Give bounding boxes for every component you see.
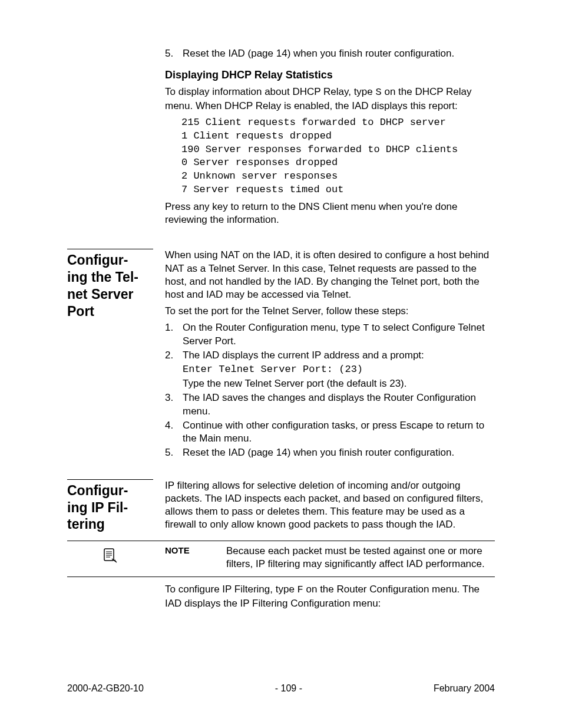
- telnet-step-5: 5. Reset the IAD (page 14) when you fini…: [165, 446, 495, 459]
- text-segment: To configure IP Filtering, type: [165, 584, 297, 595]
- telnet-followsteps: To set the port for the Telnet Server, f…: [165, 305, 495, 318]
- step-number: 2.: [165, 349, 179, 390]
- note-icon-cell: [67, 545, 153, 565]
- step2-line1: The IAD displays the current IP address …: [183, 349, 495, 362]
- dhcp-stats-outro: Press any key to return to the DNS Clien…: [165, 200, 495, 226]
- ipfilter-intro: IP filtering allows for selective deleti…: [165, 479, 495, 531]
- step-list-top: 5. Reset the IAD (page 14) when you fini…: [165, 47, 495, 60]
- step-number: 4.: [165, 419, 179, 445]
- key-f: F: [297, 584, 303, 595]
- dhcp-report-block: 215 Client requests forwarded to DHCP se…: [181, 116, 495, 197]
- telnet-step-1: 1. On the Router Configuration menu, typ…: [165, 321, 495, 348]
- page-content: 5. Reset the IAD (page 14) when you fini…: [0, 0, 562, 614]
- left-margin-ipfilter: Configur-ing IP Fil-tering: [67, 479, 153, 535]
- note-label: NOTE: [165, 545, 212, 571]
- left-margin-telnet: Configur-ing the Tel-net ServerPort: [67, 249, 153, 460]
- right-column-ipfilter-cont: To configure IP Filtering, type F on the…: [165, 583, 495, 613]
- right-column-ipfilter: IP filtering allows for selective deleti…: [165, 479, 495, 535]
- step-number: 3.: [165, 391, 179, 417]
- heading-rule: [67, 249, 153, 249]
- section-ip-filtering: Configur-ing IP Fil-tering IP filtering …: [67, 479, 495, 535]
- text-segment: On the Router Configuration menu, type: [183, 322, 363, 333]
- step-5-reset: 5. Reset the IAD (page 14) when you fini…: [165, 47, 495, 60]
- ipfilter-configure: To configure IP Filtering, type F on the…: [165, 583, 495, 610]
- sub-heading-dhcp-stats: Displaying DHCP Relay Statistics: [165, 68, 495, 82]
- footer-date: February 2004: [434, 683, 495, 695]
- key-s: S: [376, 87, 382, 98]
- footer-page-number: - 109 -: [275, 683, 302, 695]
- text-segment: To display information about DHCP Relay,…: [165, 86, 376, 97]
- step-number: 5.: [165, 446, 179, 459]
- telnet-step-2: 2. The IAD displays the current IP addre…: [165, 349, 495, 390]
- step-text: The IAD saves the changes and displays t…: [183, 391, 495, 417]
- section-telnet-port: Configur-ing the Tel-net ServerPort When…: [67, 249, 495, 460]
- left-margin-empty: [67, 47, 153, 230]
- section-ip-filtering-cont: To configure IP Filtering, type F on the…: [67, 583, 495, 613]
- step-text: The IAD displays the current IP address …: [183, 349, 495, 390]
- section-dhcp-relay: 5. Reset the IAD (page 14) when you fini…: [67, 47, 495, 230]
- page-footer: 2000-A2-GB20-10 - 109 - February 2004: [67, 683, 495, 695]
- left-margin-empty: [67, 583, 153, 613]
- note-content: NOTE Because each packet must be tested …: [165, 545, 495, 571]
- step2-prompt: Enter Telnet Server Port: (23): [183, 363, 495, 376]
- note-block: NOTE Because each packet must be tested …: [67, 541, 495, 577]
- step-number: 5.: [165, 47, 179, 60]
- telnet-step-3: 3. The IAD saves the changes and display…: [165, 391, 495, 417]
- dhcp-stats-intro: To display information about DHCP Relay,…: [165, 85, 495, 112]
- heading-rule: [67, 479, 153, 480]
- telnet-step-4: 4. Continue with other configuration tas…: [165, 419, 495, 445]
- key-t: T: [363, 322, 369, 334]
- step-text: On the Router Configuration menu, type T…: [183, 321, 495, 348]
- step-number: 1.: [165, 321, 179, 348]
- telnet-intro: When using NAT on the IAD, it is often d…: [165, 249, 495, 301]
- step-text: Continue with other configuration tasks,…: [183, 419, 495, 445]
- note-icon: [101, 547, 119, 565]
- footer-doc-id: 2000-A2-GB20-10: [67, 683, 144, 695]
- right-column-dhcp: 5. Reset the IAD (page 14) when you fini…: [165, 47, 495, 230]
- heading-telnet: Configur-ing the Tel-net ServerPort: [67, 252, 153, 319]
- telnet-steps: 1. On the Router Configuration menu, typ…: [165, 321, 495, 459]
- step-text: Reset the IAD (page 14) when you finish …: [183, 47, 495, 60]
- heading-ipfilter: Configur-ing IP Fil-tering: [67, 482, 153, 533]
- step2-line2: Type the new Telnet Server port (the def…: [183, 377, 495, 390]
- step-text: Reset the IAD (page 14) when you finish …: [183, 446, 495, 459]
- note-text: Because each packet must be tested again…: [226, 545, 495, 571]
- right-column-telnet: When using NAT on the IAD, it is often d…: [165, 249, 495, 460]
